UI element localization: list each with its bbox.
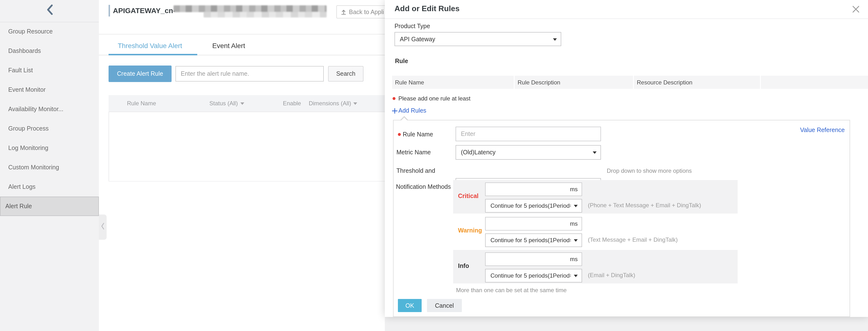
rule-name-input[interactable] bbox=[456, 127, 600, 141]
page-background-strip bbox=[385, 317, 868, 331]
rule-name-label: Rule Name bbox=[398, 131, 433, 138]
rule-table-header: Rule Name Rule Description Resource Desc… bbox=[392, 76, 868, 89]
warning-label: Warning bbox=[458, 227, 482, 234]
tab-event-alert[interactable]: Event Alert bbox=[212, 42, 245, 50]
sidebar: Group Resource Dashboards Fault List Eve… bbox=[0, 0, 99, 331]
required-dot-icon bbox=[393, 97, 396, 100]
create-alert-rule-button[interactable]: Create Alert Rule bbox=[108, 65, 172, 82]
rule-form-box: Value Reference Rule Name Metric Name (O… bbox=[393, 120, 850, 317]
cloudmonitor-console: Group Resource Dashboards Fault List Eve… bbox=[0, 0, 868, 331]
info-channels: (Email + DingTalk) bbox=[588, 272, 635, 279]
page-title: APIGATEWAY_cn- bbox=[113, 6, 176, 15]
drawer-divider bbox=[385, 19, 868, 19]
value-reference-link[interactable]: Value Reference bbox=[800, 127, 845, 134]
sidebar-back-icon[interactable] bbox=[45, 4, 54, 18]
chevron-left-icon bbox=[101, 222, 105, 232]
sidebar-item-log-monitoring[interactable]: Log Monitoring bbox=[0, 138, 99, 158]
sidebar-item-availability-monitor[interactable]: Availability Monitor... bbox=[0, 100, 99, 119]
sidebar-item-group-process[interactable]: Group Process bbox=[0, 119, 99, 138]
critical-level-panel: Critical ms Continue for 5 periods(1Peri… bbox=[453, 180, 738, 214]
caret-down-icon bbox=[574, 205, 578, 207]
alert-rule-table-header: Rule Name Status (All) Enable Dimensions… bbox=[108, 95, 385, 112]
critical-label: Critical bbox=[458, 193, 478, 199]
sidebar-item-dashboards[interactable]: Dashboards bbox=[0, 41, 99, 61]
cancel-button[interactable]: Cancel bbox=[427, 299, 462, 312]
drawer-title: Add or Edit Rules bbox=[395, 4, 460, 13]
back-to-application-button[interactable]: Back to Appli bbox=[336, 5, 391, 19]
rule-column-blank bbox=[761, 76, 868, 89]
metric-name-label: Metric Name bbox=[397, 149, 431, 156]
caret-down-icon bbox=[593, 151, 597, 154]
caret-down-icon bbox=[574, 239, 578, 242]
alert-rule-search-input[interactable] bbox=[176, 66, 324, 82]
caret-down-icon bbox=[553, 38, 557, 40]
info-period-select[interactable]: Continue for 5 periods(1Period=1... bbox=[485, 269, 582, 282]
critical-channels: (Phone + Text Message + Email + DingTalk… bbox=[588, 202, 701, 209]
threshold-label: Threshold and bbox=[397, 167, 435, 174]
sidebar-item-event-monitor[interactable]: Event Monitor bbox=[0, 80, 99, 100]
footnote: More than one can be set at the same tim… bbox=[456, 287, 566, 294]
rule-column-rule-description: Rule Description bbox=[515, 76, 633, 89]
rule-column-rule-name: Rule Name bbox=[392, 76, 514, 89]
caret-down-icon bbox=[353, 102, 358, 105]
add-or-edit-rules-drawer: Add or Edit Rules Product Type API Gatew… bbox=[385, 0, 868, 317]
sidebar-item-group-resource[interactable]: Group Resource bbox=[0, 22, 99, 41]
sidebar-item-alert-logs[interactable]: Alert Logs bbox=[0, 177, 99, 197]
rule-section-label: Rule bbox=[395, 58, 408, 64]
sidebar-item-fault-list[interactable]: Fault List bbox=[0, 61, 99, 80]
sidebar-item-alert-rule[interactable]: Alert Rule bbox=[0, 197, 99, 216]
redacted-title-text bbox=[174, 5, 327, 12]
metric-name-select[interactable]: (Old)Latency bbox=[456, 145, 601, 160]
back-button-label: Back to Appli bbox=[349, 8, 384, 15]
close-icon[interactable] bbox=[851, 5, 860, 13]
caret-down-icon bbox=[240, 102, 244, 105]
warning-level-panel: Warning ms Continue for 5 periods(1Perio… bbox=[453, 215, 738, 248]
table-bottom-line bbox=[108, 181, 385, 182]
rule-column-resource-description: Resource Description bbox=[634, 76, 760, 89]
column-dimensions-filter[interactable]: Dimensions (All) bbox=[309, 100, 358, 107]
add-rules-link[interactable]: Add Rules bbox=[392, 107, 426, 114]
tab-threshold-value-alert[interactable]: Threshold Value Alert bbox=[118, 42, 182, 50]
product-type-select[interactable]: API Gateway bbox=[395, 32, 561, 46]
column-rule-name: Rule Name bbox=[127, 100, 156, 107]
search-button[interactable]: Search bbox=[328, 66, 364, 82]
info-label: Info bbox=[458, 263, 469, 269]
info-level-panel: Info ms Continue for 5 periods(1Period=1… bbox=[453, 250, 738, 283]
header-divider bbox=[99, 34, 385, 34]
plus-icon bbox=[392, 108, 398, 114]
caret-down-icon bbox=[574, 275, 578, 277]
active-tab-underline bbox=[108, 54, 197, 55]
info-threshold-input[interactable]: ms bbox=[485, 252, 582, 266]
warning-period-select[interactable]: Continue for 5 periods(1Period=1... bbox=[485, 233, 582, 247]
back-up-arrow-icon bbox=[341, 9, 346, 15]
threshold-hint: Drop down to show more options bbox=[607, 167, 692, 174]
notification-methods-label: Notification Methods bbox=[396, 184, 451, 190]
column-enable: Enable bbox=[283, 100, 301, 107]
warning-threshold-input[interactable]: ms bbox=[485, 217, 582, 230]
required-dot-icon bbox=[398, 133, 401, 136]
product-type-label: Product Type bbox=[395, 23, 430, 30]
title-accent-bar bbox=[108, 5, 110, 17]
warning-channels: (Text Message + Email + DingTalk) bbox=[588, 237, 678, 243]
sidebar-collapse-handle[interactable] bbox=[99, 215, 106, 240]
validation-message: Please add one rule at least bbox=[393, 95, 471, 102]
column-status-filter[interactable]: Status (All) bbox=[209, 100, 244, 107]
rule-name-input-wrap bbox=[456, 127, 601, 141]
redacted-title-text-2 bbox=[204, 12, 327, 18]
critical-period-select[interactable]: Continue for 5 periods(1Period=1... bbox=[485, 199, 582, 213]
critical-threshold-input[interactable]: ms bbox=[485, 183, 582, 196]
sidebar-item-custom-monitoring[interactable]: Custom Monitoring bbox=[0, 158, 99, 177]
ok-button[interactable]: OK bbox=[398, 299, 422, 312]
